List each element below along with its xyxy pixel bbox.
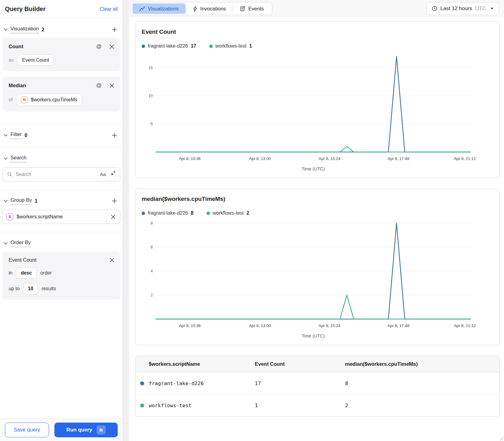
sidebar-gutter	[123, 0, 129, 441]
of-label: of	[9, 97, 13, 103]
median-cputime-line-chart: 2468Apr 8, 10:36Apr 8, 13:00Apr 8, 15:24…	[142, 218, 489, 341]
table-row: workflows-test 1 2	[136, 395, 499, 417]
tab-visualizations[interactable]: Visualizations	[132, 3, 186, 14]
at-mention-icon[interactable]: @	[96, 43, 102, 50]
svg-text:Time (UTC): Time (UTC)	[301, 166, 325, 171]
svg-text:Apr 8, 10:36: Apr 8, 10:36	[179, 156, 201, 161]
cell-event-count: 1	[255, 395, 345, 417]
match-case-icon[interactable]: Aa	[100, 172, 106, 177]
series-total: 1	[249, 43, 252, 49]
order-by-card: Event Count in desc order up to 10 resul…	[2, 252, 120, 300]
search-box: Aa *	[2, 167, 120, 181]
chevron-down-icon[interactable]	[4, 242, 8, 245]
sort-direction-selector[interactable]: desc	[16, 267, 36, 279]
page-title: Query Builder	[5, 6, 45, 13]
filter-section-title: Filter	[10, 131, 22, 139]
median-field-value: $workers.cpuTimeMs	[31, 97, 77, 103]
chart-title: median($workers.cpuTimeMs)	[142, 196, 493, 202]
limit-input[interactable]: 10	[23, 283, 38, 294]
results-table-card: $workers.scriptName Event Count median($…	[135, 356, 500, 417]
series-total: 17	[191, 43, 196, 49]
run-shortcut-badge: R	[96, 425, 106, 435]
resize-grip[interactable]	[499, 436, 503, 440]
add-filter-button[interactable]	[111, 132, 118, 139]
main-area: Visualizations Invocations Events	[129, 0, 504, 441]
chevron-down-icon[interactable]	[4, 200, 8, 202]
svg-text:Apr 8, 10:36: Apr 8, 10:36	[179, 323, 201, 328]
save-query-button[interactable]: Save query	[5, 423, 49, 437]
sidebar-header: Query Builder Clear all	[0, 0, 123, 18]
results-label: results	[41, 286, 56, 291]
add-visualization-button[interactable]	[111, 26, 118, 33]
in-label: in	[9, 270, 12, 276]
filter-section: Filter 0	[0, 124, 123, 147]
group-by-item[interactable]: S $workers.scriptName	[2, 210, 120, 224]
order-by-field: Event Count	[9, 257, 37, 263]
add-group-by-button[interactable]	[111, 198, 118, 204]
tab-events[interactable]: Events	[233, 3, 270, 14]
main-content: Event Count fragrant-lake-d226 17 workfl…	[129, 17, 504, 441]
chevron-down-icon[interactable]	[4, 158, 8, 160]
cell-median: 2	[345, 395, 499, 417]
run-query-button[interactable]: Run query R	[54, 423, 118, 437]
series-name: workflows-test	[213, 210, 244, 216]
timezone-label: UTC	[475, 6, 486, 12]
chevron-down-icon[interactable]	[4, 29, 8, 31]
median-field-selector[interactable]: N $workers.cpuTimeMs	[16, 94, 82, 106]
string-type-icon: S	[6, 213, 13, 220]
series-dot	[140, 404, 144, 408]
event-count-line-chart: 51015Apr 8, 10:36Apr 8, 13:00Apr 8, 15:2…	[142, 51, 489, 174]
series-dot	[207, 212, 210, 215]
visualization-name: Count	[9, 44, 23, 49]
svg-text:Apr 8, 13:00: Apr 8, 13:00	[249, 156, 271, 161]
close-icon[interactable]	[110, 84, 114, 88]
svg-text:2: 2	[151, 293, 153, 297]
legend-item[interactable]: workflows-test 2	[207, 210, 249, 216]
time-range-selector[interactable]: Last 12 hours UTC	[427, 2, 499, 15]
group-by-section: Group By 1 S $workers.scriptName	[0, 189, 123, 232]
svg-text:Time (UTC): Time (UTC)	[301, 334, 325, 338]
visualization-card-median: Median @ of N $workers.cpuTimeMs	[2, 77, 120, 111]
visualization-section-head: Visualization 2	[0, 18, 123, 38]
chevron-down-icon	[490, 7, 494, 10]
events-list-icon	[240, 6, 246, 12]
legend-item[interactable]: workflows-test 1	[209, 43, 252, 49]
up-to-label: up to	[9, 286, 20, 291]
cell-script-name: workflows-test	[149, 403, 191, 408]
chevron-down-icon[interactable]	[4, 134, 8, 137]
legend-item[interactable]: fragrant-lake-d226 17	[142, 43, 196, 49]
chart-legend: fragrant-lake-d226 8 workflows-test 2	[142, 210, 493, 216]
visualization-section: Visualization 2 Count @ as	[0, 18, 123, 124]
search-section-title: Search	[10, 155, 26, 162]
series-dot	[140, 381, 144, 385]
visualization-count: 2	[41, 27, 44, 33]
svg-text:6: 6	[151, 245, 153, 249]
svg-text:Apr 8, 21:12: Apr 8, 21:12	[454, 156, 476, 161]
search-input[interactable]	[16, 172, 100, 177]
close-icon[interactable]	[110, 45, 114, 49]
tab-label: Visualizations	[148, 6, 179, 12]
legend-item[interactable]: fragrant-lake-d226 8	[142, 210, 194, 216]
table-header-row: $workers.scriptName Event Count median($…	[136, 356, 499, 373]
regex-icon[interactable]: *	[111, 173, 116, 176]
svg-text:Apr 8, 15:24: Apr 8, 15:24	[319, 156, 341, 161]
remove-group-by-icon[interactable]	[106, 215, 120, 219]
tab-label: Events	[248, 6, 264, 12]
svg-text:Apr 8, 17:48: Apr 8, 17:48	[388, 323, 409, 328]
clock-icon	[432, 6, 437, 11]
visualization-alias-field[interactable]: Event Count	[18, 55, 54, 66]
svg-text:8: 8	[151, 221, 153, 225]
query-builder-app: Query Builder Clear all Visualization 2	[0, 0, 504, 441]
svg-text:Apr 8, 13:00: Apr 8, 13:00	[249, 323, 271, 328]
search-icon	[7, 172, 13, 177]
order-by-section-title: Order By	[10, 240, 31, 247]
line-chart-icon	[139, 6, 145, 12]
run-query-label: Run query	[66, 427, 92, 433]
clear-all-link[interactable]: Clear all	[100, 6, 118, 12]
tab-invocations[interactable]: Invocations	[186, 3, 233, 14]
at-mention-icon[interactable]: @	[96, 82, 102, 89]
group-by-field-value: $workers.scriptName	[17, 214, 63, 220]
close-icon[interactable]	[110, 258, 114, 262]
filter-count: 0	[25, 132, 27, 138]
median-cputime-chart-card: median($workers.cpuTimeMs) fragrant-lake…	[135, 189, 500, 345]
